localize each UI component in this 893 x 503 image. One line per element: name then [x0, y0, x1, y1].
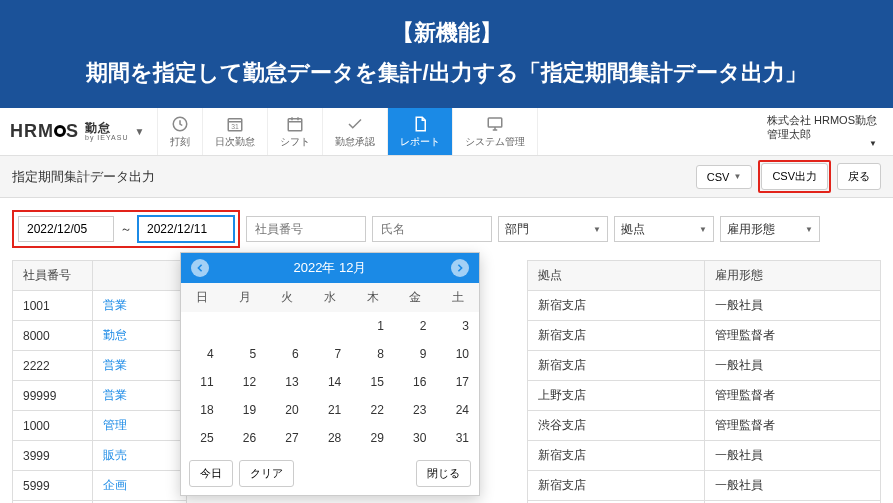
table-row[interactable]: 99999営業	[13, 381, 187, 411]
monitor-icon	[486, 115, 504, 133]
calendar-grid: 日月火水木金土 12345678910111213141516171819202…	[181, 283, 479, 452]
table-row[interactable]: 5999企画	[13, 471, 187, 501]
nav-label: システム管理	[465, 135, 525, 149]
calendar-next-button[interactable]	[451, 259, 469, 277]
calendar-day[interactable]: 25	[181, 424, 224, 452]
table-row[interactable]: 上野支店管理監督者	[528, 381, 881, 411]
calendar-icon	[286, 115, 304, 133]
calendar-day[interactable]: 11	[181, 368, 224, 396]
cell-emp-no: 8000	[13, 321, 93, 351]
date-picker-popup: 2022年 12月 日月火水木金土 1234567891011121314151…	[180, 252, 480, 496]
site-select[interactable]: 拠点▼	[614, 216, 714, 242]
table-row[interactable]: 新宿支店一般社員	[528, 291, 881, 321]
cell-tag[interactable]: 販売	[93, 441, 187, 471]
calendar-today-button[interactable]: 今日	[189, 460, 233, 487]
user-menu[interactable]: 株式会社 HRMOS勤怠 管理太郎 ▼	[767, 113, 883, 150]
calendar-day[interactable]: 18	[181, 396, 224, 424]
logo-text-prefix: HRM	[10, 121, 54, 142]
calendar-day[interactable]: 14	[309, 368, 352, 396]
calendar-day[interactable]: 3	[436, 312, 479, 340]
cell-tag[interactable]: 勤怠	[93, 321, 187, 351]
calendar-day[interactable]: 31	[436, 424, 479, 452]
calendar-day[interactable]: 13	[266, 368, 309, 396]
cell-tag[interactable]: 企画	[93, 471, 187, 501]
table-row[interactable]: 3999販売	[13, 441, 187, 471]
table-row[interactable]: 新宿支店一般社員	[528, 441, 881, 471]
page-title: 指定期間集計データ出力	[12, 168, 155, 186]
logo-dropdown-icon[interactable]: ▼	[135, 126, 146, 137]
nav-item-system[interactable]: システム管理	[453, 108, 538, 155]
logo[interactable]: HRMS 勤怠 by IEYASU ▼	[10, 121, 145, 142]
col-emp-type: 雇用形態	[704, 261, 881, 291]
calendar-day[interactable]: 12	[224, 368, 267, 396]
calendar-day[interactable]: 6	[266, 340, 309, 368]
nav-item-daily[interactable]: 31 日次勤怠	[203, 108, 268, 155]
date-range-group: ～	[12, 210, 240, 248]
employment-type-select[interactable]: 雇用形態▼	[720, 216, 820, 242]
table-row[interactable]: 新宿支店一般社員	[528, 351, 881, 381]
calendar-day[interactable]: 16	[394, 368, 437, 396]
calendar-day[interactable]: 4	[181, 340, 224, 368]
calendar-day	[181, 312, 224, 340]
calendar-day[interactable]: 29	[351, 424, 394, 452]
nav-item-shift[interactable]: シフト	[268, 108, 323, 155]
nav-label: シフト	[280, 135, 310, 149]
calendar-day[interactable]: 10	[436, 340, 479, 368]
calendar-day[interactable]: 7	[309, 340, 352, 368]
calendar-prev-button[interactable]	[191, 259, 209, 277]
cell-tag[interactable]: 管理	[93, 411, 187, 441]
calendar-day[interactable]: 28	[309, 424, 352, 452]
calendar-day[interactable]: 22	[351, 396, 394, 424]
nav-item-report[interactable]: レポート	[388, 108, 453, 155]
date-from-input[interactable]	[18, 216, 114, 242]
department-select[interactable]: 部門▼	[498, 216, 608, 242]
calendar-day[interactable]: 19	[224, 396, 267, 424]
back-button[interactable]: 戻る	[837, 163, 881, 190]
calendar-day[interactable]: 24	[436, 396, 479, 424]
table-row[interactable]: 新宿支店一般社員	[528, 471, 881, 501]
chevron-down-icon: ▼	[699, 225, 707, 234]
cell-site: 新宿支店	[528, 351, 705, 381]
table-row[interactable]: 8000勤怠	[13, 321, 187, 351]
cell-emp-no: 1001	[13, 291, 93, 321]
col-blank	[93, 261, 187, 291]
calendar-day[interactable]: 5	[224, 340, 267, 368]
calendar-day[interactable]: 8	[351, 340, 394, 368]
calendar-close-button[interactable]: 閉じる	[416, 460, 471, 487]
calendar-day	[266, 312, 309, 340]
range-separator: ～	[118, 221, 134, 238]
cell-tag[interactable]: 営業	[93, 351, 187, 381]
csv-menu-button[interactable]: CSV▼	[696, 165, 753, 189]
nav-item-timestamp[interactable]: 打刻	[157, 108, 203, 155]
table-row[interactable]: 1000管理	[13, 411, 187, 441]
calendar-day[interactable]: 17	[436, 368, 479, 396]
table-row[interactable]: 2222営業	[13, 351, 187, 381]
calendar-day[interactable]: 26	[224, 424, 267, 452]
calendar-clear-button[interactable]: クリア	[239, 460, 294, 487]
banner-title: 【新機能】	[0, 18, 893, 48]
cell-tag[interactable]: 営業	[93, 381, 187, 411]
cell-site: 渋谷支店	[528, 411, 705, 441]
employee-no-input[interactable]	[246, 216, 366, 242]
calendar-day[interactable]: 15	[351, 368, 394, 396]
cell-emp-no: 1000	[13, 411, 93, 441]
calendar-day[interactable]: 20	[266, 396, 309, 424]
calendar-day[interactable]: 30	[394, 424, 437, 452]
logo-suffix-sub: by IEYASU	[85, 134, 129, 141]
sub-bar: 指定期間集計データ出力 CSV▼ CSV出力 戻る	[0, 156, 893, 198]
employee-name-input[interactable]	[372, 216, 492, 242]
cell-tag[interactable]: 営業	[93, 291, 187, 321]
date-to-input[interactable]	[138, 216, 234, 242]
table-row[interactable]: 新宿支店管理監督者	[528, 321, 881, 351]
csv-export-button[interactable]: CSV出力	[761, 163, 828, 190]
calendar-day[interactable]: 21	[309, 396, 352, 424]
table-row[interactable]: 1001営業	[13, 291, 187, 321]
nav-item-approval[interactable]: 勤怠承認	[323, 108, 388, 155]
calendar-day[interactable]: 1	[351, 312, 394, 340]
calendar-day[interactable]: 2	[394, 312, 437, 340]
calendar-day[interactable]: 9	[394, 340, 437, 368]
calendar-day[interactable]: 23	[394, 396, 437, 424]
calendar-day[interactable]: 27	[266, 424, 309, 452]
chevron-down-icon: ▼	[733, 172, 741, 181]
table-row[interactable]: 渋谷支店管理監督者	[528, 411, 881, 441]
